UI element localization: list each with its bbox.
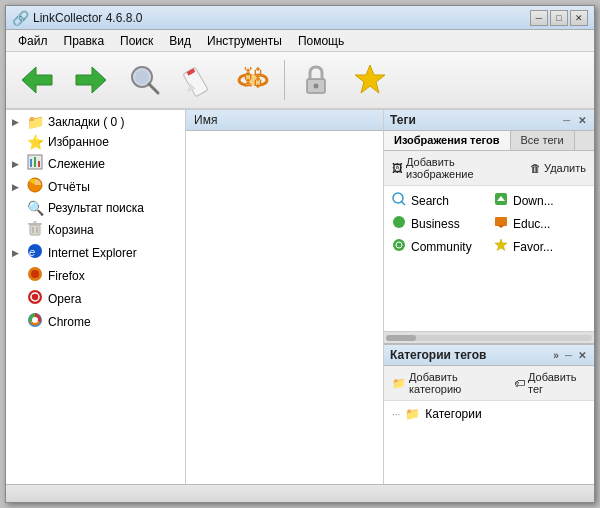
menu-search[interactable]: Поиск [112,32,161,50]
add-tag-label: Добавить тег [528,371,586,395]
close-button[interactable]: ✕ [570,10,588,26]
tags-scrollbar[interactable] [384,331,594,343]
tree-item-favorites[interactable]: ⭐ Избранное [6,132,185,152]
tab-tag-images[interactable]: Изображения тегов [384,131,511,150]
svg-point-33 [32,317,38,323]
tag-favor-icon [494,238,508,255]
tag-search-icon [392,192,406,209]
svg-rect-5 [183,67,208,97]
delete-tag-label: Удалить [544,162,586,174]
link-button[interactable]: ⛓ [228,56,278,104]
favorites-label: Избранное [48,135,109,149]
tag-item-educ[interactable]: Educ... [490,213,590,234]
tag-item-favor[interactable]: Favor... [490,236,590,257]
tags-panel-minus-btn[interactable]: ─ [561,115,572,126]
opera-label: Opera [48,292,81,306]
cat-panel-close-btn[interactable]: ✕ [576,350,588,361]
lock-button[interactable] [291,56,341,104]
tree-item-search-results[interactable]: 🔍 Результат поиска [6,198,185,218]
forward-button[interactable] [66,56,116,104]
trash-label: Корзина [48,223,94,237]
menu-tools[interactable]: Инструменты [199,32,290,50]
reports-label: Отчёты [48,180,90,194]
svg-marker-14 [355,65,385,93]
cat-folder-icon: 📁 [405,407,420,421]
reports-icon [26,177,44,196]
tree-item-tracking[interactable]: ▶ Слежение [6,152,185,175]
delete-tag-button[interactable]: 🗑 Удалить [526,160,590,176]
tags-toolbar: 🖼 Добавить изображение 🗑 Удалить [384,151,594,186]
tree-item-bookmarks[interactable]: ▶ 📁 Закладки ( 0 ) [6,112,185,132]
tag-down-label: Down... [513,194,554,208]
maximize-button[interactable]: □ [550,10,568,26]
tags-panel-header: Теги ─ ✕ [384,110,594,131]
favorites-icon: ⭐ [26,134,44,150]
star-button[interactable] [345,56,395,104]
tag-item-business[interactable]: Business [388,213,488,234]
titlebar: 🔗 LinkCollector 4.6.8.0 ─ □ ✕ [6,6,594,30]
left-panel: ▶ 📁 Закладки ( 0 ) ⭐ Избранное ▶ Слежени… [6,110,186,484]
scrollbar-thumb [386,335,416,341]
svg-text:⛓: ⛓ [242,65,264,90]
firefox-icon [26,266,44,285]
svg-rect-21 [28,223,42,225]
tree-item-trash[interactable]: Корзина [6,218,185,241]
tag-business-label: Business [411,217,460,231]
toolbar: ⛓ [6,52,594,110]
svg-rect-18 [38,161,40,167]
add-image-label: Добавить изображение [406,156,516,180]
list-area[interactable] [186,131,383,484]
tag-item-search[interactable]: Search [388,190,488,211]
menubar: Файл Правка Поиск Вид Инструменты Помощь [6,30,594,52]
tree-item-firefox[interactable]: Firefox [6,264,185,287]
search-button[interactable] [120,56,170,104]
menu-view[interactable]: Вид [161,32,199,50]
edit-button[interactable] [174,56,224,104]
expand-arrow: ▶ [12,117,22,127]
menu-help[interactable]: Помощь [290,32,352,50]
cat-panel-expand-btn[interactable]: » [551,350,561,361]
svg-point-13 [314,84,319,89]
svg-marker-1 [76,67,106,93]
tag-educ-icon [494,215,508,232]
cat-panel-controls: » ─ ✕ [551,350,588,361]
cat-panel-header: Категории тегов » ─ ✕ [384,345,594,366]
cat-content: ··· 📁 Категории [384,401,594,484]
svg-rect-22 [33,221,37,223]
firefox-label: Firefox [48,269,85,283]
menu-file[interactable]: Файл [10,32,56,50]
tracking-icon [26,154,44,173]
tag-item-community[interactable]: Community [388,236,488,257]
expand-arrow-ie: ▶ [12,248,22,258]
search-results-label: Результат поиска [48,201,144,215]
tags-panel: Теги ─ ✕ Изображения тегов Все теги 🖼 До… [384,110,594,344]
cat-panel-minus-btn[interactable]: ─ [563,350,574,361]
add-image-button[interactable]: 🖼 Добавить изображение [388,154,520,182]
tab-all-tags[interactable]: Все теги [511,131,575,150]
add-tag-button[interactable]: 🏷 Добавить тег [510,369,590,397]
tree-item-opera[interactable]: Opera [6,287,185,310]
svg-marker-43 [495,239,507,251]
search-results-icon: 🔍 [26,200,44,216]
tree-item-chrome[interactable]: Chrome [6,310,185,333]
add-category-button[interactable]: 📁 Добавить категорию [388,369,504,397]
bookmarks-icon: 📁 [26,114,44,130]
tree-item-reports[interactable]: ▶ Отчёты [6,175,185,198]
cat-item-categories[interactable]: ··· 📁 Категории [388,405,590,423]
minimize-button[interactable]: ─ [530,10,548,26]
svg-rect-39 [495,217,507,226]
menu-edit[interactable]: Правка [56,32,113,50]
tag-community-icon [392,238,406,255]
tree-item-ie[interactable]: ▶ e Internet Explorer [6,241,185,264]
cat-panel-title: Категории тегов [390,348,486,362]
back-button[interactable] [12,56,62,104]
scrollbar-track [386,335,592,341]
tag-search-label: Search [411,194,449,208]
add-category-label: Добавить категорию [409,371,500,395]
tags-panel-close-btn[interactable]: ✕ [576,115,588,126]
statusbar [6,484,594,502]
tag-item-down[interactable]: Down... [490,190,590,211]
cat-expand-dots: ··· [392,409,400,420]
svg-text:e: e [29,246,35,258]
tags-content: Search Down... Business [384,186,594,331]
